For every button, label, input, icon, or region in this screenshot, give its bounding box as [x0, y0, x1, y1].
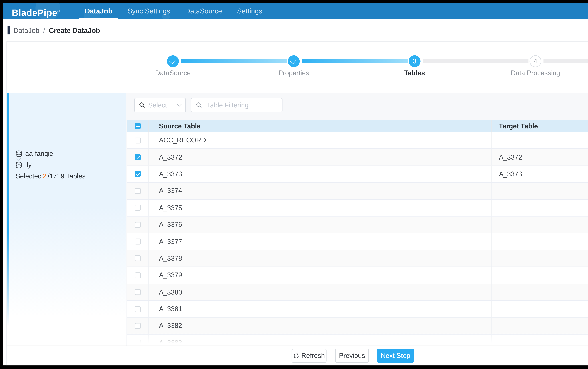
row-checkbox[interactable]	[135, 239, 141, 245]
row-checkbox[interactable]	[135, 340, 141, 346]
source-table-cell: A_3372	[149, 149, 492, 165]
target-table-cell	[492, 216, 588, 233]
top-nav: BladePipe® DataJob Sync Settings DataSou…	[3, 3, 588, 19]
target-table-cell	[492, 301, 588, 317]
refresh-button[interactable]: Refresh	[292, 349, 327, 363]
target-table-cell	[492, 335, 588, 347]
table-row: A_3378	[127, 250, 588, 267]
filter-type-select[interactable]: Select	[134, 98, 186, 112]
target-table-cell	[492, 318, 588, 334]
search-icon	[139, 102, 145, 108]
select-placeholder: Select	[148, 101, 175, 109]
datasource-sidebar: aa-fanqie lly Selected2/1719 Tables	[7, 93, 126, 347]
target-table-text: A_3373	[499, 170, 522, 178]
breadcrumb-accent-bar	[8, 26, 10, 34]
row-checkbox[interactable]	[135, 323, 141, 329]
bladepipe-logo[interactable]: BladePipe®	[12, 3, 60, 19]
previous-button[interactable]: Previous	[335, 349, 369, 363]
breadcrumb-row: DataJob/Create DataJob	[3, 19, 588, 41]
registered-mark: ®	[57, 10, 60, 13]
row-checkbox[interactable]	[135, 256, 141, 261]
row-checkbox[interactable]	[135, 289, 141, 295]
row-checkbox[interactable]	[135, 272, 141, 278]
target-table-cell	[492, 234, 588, 250]
step-circle-tables: 3	[409, 55, 420, 67]
wizard-card: 3 4 5 DataSource Properties Tables Data …	[7, 41, 588, 366]
row-checkbox[interactable]	[135, 137, 141, 143]
table-row: A_3376	[127, 216, 588, 233]
step-connector	[423, 59, 528, 63]
tables-table: Source Table Target Table ACC_RECORD A_3…	[127, 120, 588, 347]
target-table-column-header: Target Table	[492, 120, 588, 132]
table-row: A_3373 A_3373	[127, 166, 588, 183]
row-checkbox[interactable]	[135, 306, 141, 312]
source-table-cell: A_3382	[149, 318, 492, 334]
tab-settings[interactable]: Settings	[229, 3, 270, 19]
target-table-cell	[492, 284, 588, 300]
table-filter-input[interactable]	[206, 101, 277, 109]
search-icon	[196, 102, 202, 108]
nav-tabs: DataJob Sync Settings DataSource Setting…	[77, 3, 270, 19]
table-row: A_3383	[127, 335, 588, 347]
target-table-cell	[492, 200, 588, 216]
row-checkbox[interactable]	[135, 171, 141, 177]
table-filter-box	[191, 98, 282, 112]
check-icon	[290, 57, 297, 64]
row-checkbox[interactable]	[135, 188, 141, 194]
table-body: ACC_RECORD A_3372 A_3372 A_3373 A_3373 A…	[127, 132, 588, 347]
source-table-cell: A_3376	[149, 216, 492, 233]
table-row: A_3379	[127, 267, 588, 284]
step-connector	[544, 59, 588, 63]
target-table-cell: A_3373	[492, 166, 588, 182]
tab-datajob[interactable]: DataJob	[77, 3, 120, 19]
step-label-properties: Properties	[279, 69, 309, 77]
target-table-cell	[492, 132, 588, 148]
target-db-name: lly	[25, 161, 32, 169]
breadcrumb: DataJob/Create DataJob	[13, 19, 100, 41]
select-all-checkbox[interactable]	[135, 123, 141, 129]
row-checkbox[interactable]	[135, 205, 141, 211]
table-row: A_3375	[127, 200, 588, 216]
breadcrumb-section[interactable]: DataJob	[13, 26, 40, 34]
row-checkbox[interactable]	[135, 154, 141, 160]
source-table-cell: A_3375	[149, 200, 492, 216]
step-circle-properties	[288, 55, 300, 67]
source-table-cell: A_3379	[149, 267, 492, 283]
source-table-cell: A_3383	[149, 335, 492, 347]
source-table-cell: A_3373	[149, 166, 492, 182]
source-table-cell: ACC_RECORD	[149, 132, 492, 148]
table-row: A_3381	[127, 301, 588, 318]
table-header: Source Table Target Table	[127, 120, 588, 132]
source-table-cell: A_3377	[149, 234, 492, 250]
row-checkbox[interactable]	[135, 222, 141, 227]
source-db-name: aa-fanqie	[25, 150, 53, 157]
next-step-button[interactable]: Next Step	[377, 349, 414, 363]
selected-count-line: Selected2/1719 Tables	[16, 173, 86, 180]
table-row: A_3377	[127, 234, 588, 250]
source-table-cell: A_3374	[149, 183, 492, 199]
target-table-cell	[492, 183, 588, 199]
source-table-cell: A_3380	[149, 284, 492, 300]
table-row: ACC_RECORD	[127, 132, 588, 149]
source-table-cell: A_3381	[149, 301, 492, 317]
chevron-down-icon	[177, 102, 182, 107]
page-title: Create DataJob	[49, 26, 100, 34]
target-table-cell	[492, 267, 588, 283]
table-row: A_3380	[127, 284, 588, 301]
tab-datasource[interactable]: DataSource	[178, 3, 229, 19]
tab-sync-settings[interactable]: Sync Settings	[120, 3, 178, 19]
target-table-cell	[492, 250, 588, 267]
database-icon	[16, 162, 22, 168]
source-table-column-header: Source Table	[149, 120, 492, 132]
sidebar-item-source-db[interactable]: aa-fanqie	[16, 150, 53, 157]
screenshot-frame: BladePipe® DataJob Sync Settings DataSou…	[0, 0, 588, 369]
breadcrumb-separator: /	[43, 26, 45, 34]
step-connector	[181, 59, 287, 63]
step-label-tables: Tables	[404, 69, 425, 77]
table-row: A_3372 A_3372	[127, 149, 588, 166]
step-circle-data-processing: 4	[529, 55, 541, 67]
source-table-cell: A_3378	[149, 250, 492, 267]
target-table-text: A_3372	[499, 154, 522, 161]
step-connector	[302, 59, 408, 63]
sidebar-item-target-db[interactable]: lly	[16, 161, 31, 169]
